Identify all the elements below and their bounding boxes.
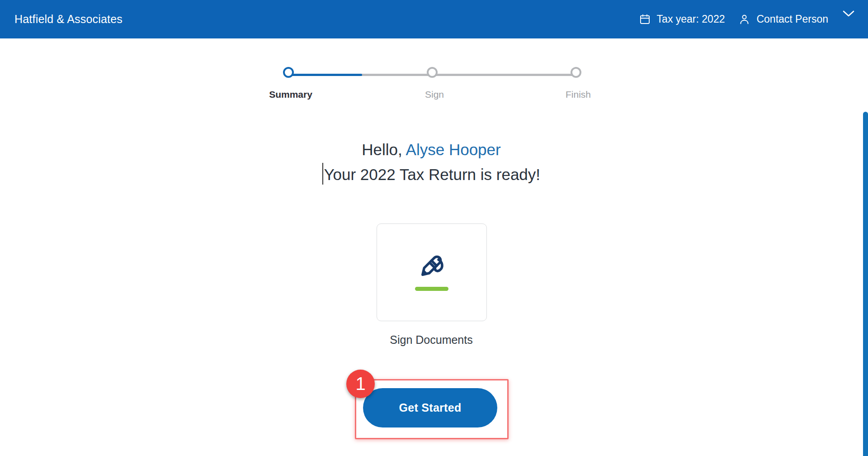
brand-title: Hatfield & Associates — [14, 0, 123, 38]
signature-line-graphic — [415, 287, 448, 291]
contact-person-label: Contact Person — [756, 13, 828, 25]
get-started-button[interactable]: Get Started — [363, 388, 497, 428]
step-label-sign: Sign — [380, 89, 489, 100]
sign-documents-card[interactable] — [377, 223, 487, 321]
step-circle-summary — [283, 67, 294, 78]
contact-person-menu[interactable]: Contact Person — [738, 13, 828, 25]
vertical-scrollbar-thumb[interactable] — [863, 112, 868, 456]
pen-signature-icon — [417, 249, 446, 285]
header-right-group: Tax year: 2022 Contact Person — [639, 0, 828, 38]
annotation-step-badge: 1 — [346, 370, 375, 398]
app-header: Hatfield & Associates Tax year: 2022 Con… — [0, 0, 868, 38]
tax-year-label[interactable]: Tax year: 2022 — [657, 13, 725, 25]
subtitle-text: Your 2022 Tax Return is ready! — [324, 166, 540, 183]
greeting-prefix: Hello, — [362, 141, 406, 158]
step-circle-sign — [427, 67, 438, 78]
sign-documents-label: Sign Documents — [0, 333, 863, 347]
calendar-icon — [639, 13, 651, 25]
step-circle-finish — [571, 67, 581, 78]
person-icon — [738, 13, 750, 25]
chevron-down-icon[interactable] — [841, 8, 856, 19]
stepper-progress-bar — [291, 74, 362, 76]
subtitle-heading: Your 2022 Tax Return is ready! — [0, 163, 863, 185]
greeting-heading: Hello, Alyse Hooper — [0, 141, 863, 159]
recipient-name: Alyse Hooper — [406, 141, 501, 158]
step-label-summary: Summary — [236, 89, 345, 100]
step-label-finish: Finish — [524, 89, 632, 100]
